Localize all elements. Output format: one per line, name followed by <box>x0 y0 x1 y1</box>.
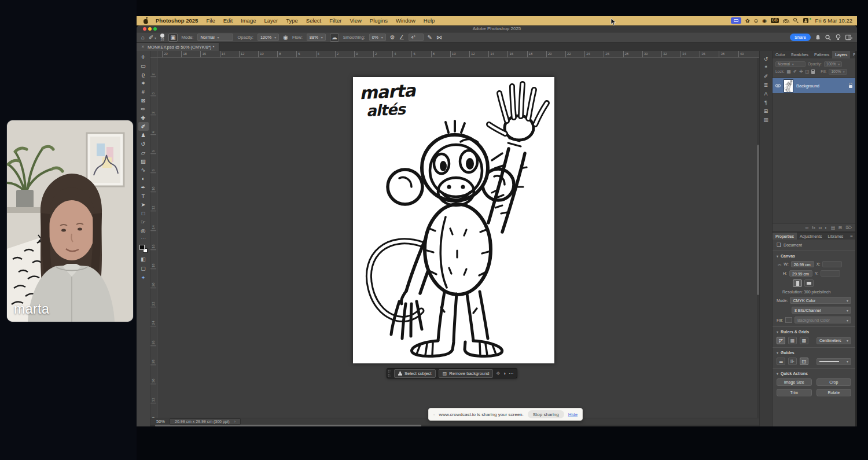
hand-tool[interactable]: ☞ <box>138 218 149 226</box>
search-icon[interactable] <box>825 35 831 41</box>
lock-transparency-icon[interactable]: ▩ <box>787 69 791 74</box>
units-select[interactable]: Centimeters▾ <box>816 337 851 344</box>
photos-status-icon[interactable]: ✿ <box>745 18 750 24</box>
paragraph-panel-icon[interactable]: ¶ <box>762 98 771 106</box>
screen-sharing-indicator-icon[interactable] <box>731 17 741 24</box>
character-panel-icon[interactable]: A <box>762 89 771 98</box>
history-brush-tool[interactable]: ↺ <box>138 139 149 148</box>
screen-mode-icon[interactable]: ▢ <box>141 266 146 271</box>
panel-menu-icon[interactable]: ≡ <box>850 233 855 240</box>
smoothing-select[interactable]: 0% ▾ <box>369 34 386 41</box>
hide-notice-link[interactable]: Hide <box>568 412 578 417</box>
menu-item[interactable]: Select <box>302 17 325 24</box>
brush-angle-field[interactable]: 4° <box>409 34 424 41</box>
layer-mask-icon[interactable]: ◘ <box>819 225 822 230</box>
ruler-origin-corner[interactable] <box>150 51 157 58</box>
ruler-toggle-icon[interactable]: ◸ <box>777 337 785 344</box>
menu-item[interactable]: Type <box>282 17 302 24</box>
tab-patterns[interactable]: Patterns <box>811 51 832 58</box>
status-chevron-icon[interactable]: › <box>234 419 236 424</box>
layer-thumbnail[interactable] <box>784 79 793 93</box>
tab-color[interactable]: Color <box>773 51 788 58</box>
guide-horizontal-icon[interactable]: ⚌ <box>777 358 785 365</box>
flow-select[interactable]: 88% ▾ <box>307 34 326 41</box>
home-icon[interactable]: ⌂ <box>141 35 145 41</box>
layer-visibility-eye-icon[interactable] <box>775 84 781 87</box>
airbrush-toggle-icon[interactable]: ☁ <box>330 34 339 42</box>
canvas-y-field[interactable] <box>821 270 840 277</box>
trim-button[interactable]: Trim <box>777 389 812 396</box>
brush-preset-picker[interactable]: 33 <box>160 34 164 42</box>
move-tool[interactable]: ✛ <box>138 53 149 61</box>
rotate-button[interactable]: Rotate <box>816 389 852 396</box>
history-panel-icon[interactable]: ↺ <box>762 54 771 63</box>
horizontal-scrollbar[interactable] <box>150 425 759 426</box>
delete-layer-icon[interactable]: ⌦ <box>845 225 852 230</box>
gradient-tool[interactable]: ▨ <box>138 157 149 165</box>
link-layers-icon[interactable]: ∞ <box>806 225 808 230</box>
blend-mode-select[interactable]: Normal ▾ <box>197 34 233 41</box>
menu-item[interactable]: View <box>345 17 365 24</box>
layer-group-icon[interactable]: ▤ <box>831 225 835 230</box>
fill-color-swatch[interactable] <box>785 317 792 323</box>
guides-section-header[interactable]: ▾Guides <box>777 351 851 355</box>
clone-stamp-tool[interactable]: ♟ <box>138 131 149 139</box>
tab-properties[interactable]: Properties <box>773 233 797 240</box>
lasso-tool[interactable]: ϱ <box>138 70 149 79</box>
layer-opacity-field[interactable]: 100%▾ <box>824 61 842 67</box>
lock-position-icon[interactable]: ✛ <box>799 69 803 74</box>
brush-preset-icon[interactable]: ✐ ▾ <box>149 35 156 41</box>
zoom-level-field[interactable]: 50% <box>156 419 165 424</box>
object-selection-tool[interactable]: ✶ <box>138 79 149 87</box>
menu-item[interactable]: Edit <box>219 17 237 24</box>
tab-libraries[interactable]: Libraries <box>825 233 846 240</box>
brush-settings-panel-icon[interactable]: ✐ <box>762 72 771 80</box>
discover-bulb-icon[interactable] <box>836 34 841 41</box>
foreground-color-swatch[interactable] <box>139 245 145 250</box>
menu-item[interactable]: Plugins <box>366 17 392 24</box>
menu-item[interactable]: Filter <box>325 17 345 24</box>
path-selection-tool[interactable]: ➤ <box>138 200 149 209</box>
menu-item[interactable]: File <box>202 17 219 24</box>
frame-tool[interactable]: ⊠ <box>138 96 149 105</box>
layer-name[interactable]: Background <box>796 83 846 89</box>
spot-healing-tool[interactable]: ✚ <box>138 113 149 122</box>
notifications-bell-icon[interactable] <box>815 35 821 41</box>
zoom-tool[interactable]: ◎ <box>138 226 149 235</box>
lock-artboard-icon[interactable]: ◫ <box>805 69 809 74</box>
pixel-grid-toggle-icon[interactable]: ▩ <box>800 337 808 344</box>
select-subject-button[interactable]: Select subject <box>394 369 436 378</box>
canvas-section-header[interactable]: ▾Canvas <box>777 254 851 258</box>
smoothing-options-gear-icon[interactable]: ⚙ <box>390 35 395 41</box>
guide-vertical-icon[interactable]: ⊪ <box>788 358 797 365</box>
close-document-icon[interactable]: ✕ <box>141 45 145 49</box>
more-options-icon[interactable]: ⋯ <box>509 371 513 376</box>
canvas-area[interactable]: 2018161412108642024681012141618202224262… <box>150 51 759 426</box>
horizontal-scroll-thumb[interactable] <box>155 425 421 426</box>
symmetry-icon[interactable]: ⋈ <box>436 35 442 41</box>
comments-panel-icon[interactable]: ❝ <box>762 63 771 72</box>
menu-item[interactable]: Layer <box>260 17 282 24</box>
adjustment-layer-icon[interactable]: ◐ <box>825 225 827 230</box>
menu-item[interactable]: Window <box>392 17 420 24</box>
eraser-tool[interactable]: ▱ <box>138 148 149 157</box>
user-account-icon[interactable] <box>803 18 808 23</box>
canvas-width-field[interactable]: 20.99 cm <box>791 261 814 267</box>
spotlight-search-icon[interactable] <box>793 18 799 24</box>
layer-row-background[interactable]: Background <box>773 78 855 93</box>
tab-swatches[interactable]: Swatches <box>788 51 811 58</box>
menu-item[interactable]: Image <box>237 17 260 24</box>
image-size-button[interactable]: Image Size <box>777 378 812 386</box>
color-swatches[interactable] <box>139 245 148 253</box>
remove-background-button[interactable]: ▨ Remove background <box>439 369 494 378</box>
wifi-icon[interactable] <box>783 19 789 23</box>
link-dimensions-icon[interactable]: ⫘ <box>778 262 781 267</box>
crop-tool[interactable]: # <box>138 87 149 96</box>
fill-type-select[interactable]: Background Color▾ <box>795 317 851 323</box>
eyedropper-tool[interactable]: ✑ <box>138 105 149 113</box>
brush-settings-toggle-icon[interactable]: ▣ <box>168 34 177 42</box>
canvas-height-field[interactable]: 29.99 cm <box>789 270 812 277</box>
crop-button[interactable]: Crop <box>816 378 852 386</box>
quick-actions-section-header[interactable]: ▾Quick Actions <box>777 371 851 376</box>
keyboard-layout-badge[interactable]: GB <box>771 18 779 23</box>
